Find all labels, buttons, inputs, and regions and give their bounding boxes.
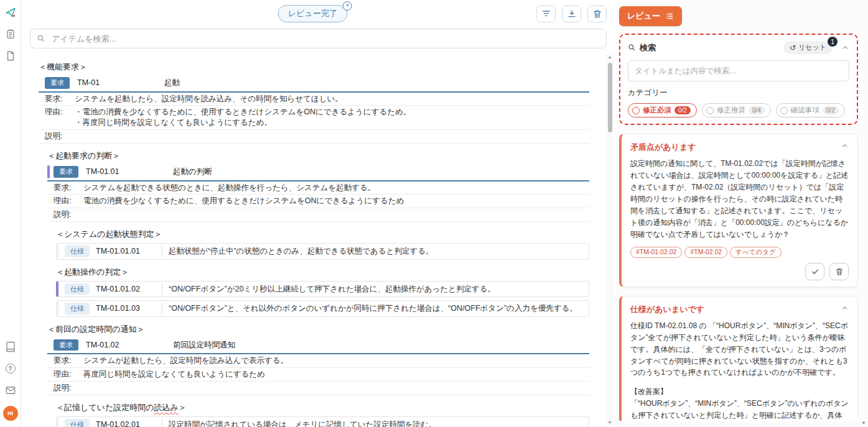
requirement-badge: 要求	[45, 77, 70, 88]
search-icon	[628, 44, 636, 52]
field-label: 要求:	[54, 356, 77, 366]
requirement-header[interactable]: 要求TM-01.01起動の判断	[47, 165, 589, 181]
document-scrollbar[interactable]: ▲ ▼	[606, 53, 614, 426]
clipboard-icon[interactable]	[4, 28, 17, 40]
panel-scroll-down-icon[interactable]: ▼	[861, 420, 866, 426]
scrollbar-thumb[interactable]	[608, 63, 612, 132]
icon-sidebar: ? HI	[0, 0, 21, 427]
card-paragraph: 仕様ID TM-02.01.08 の 「“HOURボタン”、“MINボタン”、“…	[630, 320, 849, 379]
spec-row[interactable]: 仕様TM-01.01.03“ON/OFFボタン”と、それ以外のボタンのいずれかが…	[56, 300, 589, 316]
spec-row[interactable]: 仕様TM-01.01.01起動状態が“停止中”の状態のときのみ、起動できる状態で…	[56, 243, 589, 259]
misspelling-underline: 読込み	[154, 403, 179, 412]
card-actions	[630, 263, 849, 280]
checklist-icon	[665, 12, 674, 21]
category-chip[interactable]: 修正推奨0/4	[702, 103, 771, 117]
spec-id: TM-01.01.01	[96, 246, 156, 256]
divider	[162, 303, 162, 314]
help-icon[interactable]: ?	[4, 362, 17, 375]
check-icon	[811, 267, 819, 276]
scroll-up-icon[interactable]: ▲	[608, 55, 612, 59]
review-search-input[interactable]	[628, 60, 849, 81]
review-filter-box: 検索 ↺ リセット 1 カテゴリー 修正必須0/2修正推奨0/4確認事項0/2	[619, 34, 858, 125]
review-button[interactable]: レビュー	[619, 6, 682, 26]
spec-id: TM-01.01.02	[96, 284, 156, 294]
field-label: 説明:	[54, 383, 77, 393]
chevron-up-icon[interactable]	[841, 44, 849, 52]
user-avatar[interactable]: HI	[3, 406, 18, 421]
tag-pill[interactable]: #TM-01.02.02	[630, 247, 682, 258]
review-comment-list: 矛盾点があります設定時間の通知に関して、TM-01.02.02では「設定時間が記…	[619, 134, 858, 421]
card-paragraph: 【改善案】 「“HOURボタン”、“MINボタン”、“SECボタン”のいずれのボ…	[630, 386, 849, 421]
spec-id: TM-01.01.03	[96, 303, 156, 313]
app-root: ? HI レビュー完了 ×	[0, 0, 868, 427]
requirement-block[interactable]: 要求TM-01起動要求:システムを起動したら、設定時間を読み込み、その時間を知ら…	[39, 76, 589, 144]
section-heading: ＜記憶していた設定時間の読込み＞	[56, 403, 589, 413]
requirement-field-row: 説明:	[47, 208, 589, 222]
review-status-pill[interactable]: レビュー完了 ×	[278, 5, 348, 22]
tag-pill[interactable]: #TM-02.02	[684, 247, 727, 258]
reset-button[interactable]: ↺ リセット 1	[783, 41, 833, 54]
requirements-document: ＜機能要求＞要求TM-01起動要求:システムを起動したら、設定時間を読み込み、そ…	[21, 51, 615, 427]
requirement-header[interactable]: 要求TM-01起動	[39, 76, 589, 92]
requirement-badge: 要求	[54, 339, 78, 351]
requirement-field-row: 要求:システムが起動したら、設定時間を読み込んで表示する。	[47, 354, 589, 368]
radio-icon	[780, 107, 788, 114]
spec-row[interactable]: 仕様TM-01.01.02“ON/OFFボタン”が20ミリ秒以上継続して押下され…	[56, 281, 589, 297]
app-logo-icon[interactable]	[4, 6, 17, 19]
tag-pill[interactable]: すべてのタグ	[730, 247, 781, 258]
category-chip[interactable]: 修正必須0/2	[628, 103, 697, 117]
category-label: カテゴリー	[628, 88, 849, 98]
book-icon[interactable]	[4, 341, 17, 353]
scroll-down-icon[interactable]: ▼	[608, 420, 612, 425]
requirement-id: TM-01	[77, 78, 157, 88]
sidebar-top-icons	[4, 6, 17, 62]
chevron-up-icon[interactable]	[841, 142, 849, 150]
requirement-field-row: 要求:システムを起動したら、設定時間を読み込み、その時間を知らせてほしい。	[39, 93, 589, 106]
requirement-block[interactable]: 要求TM-01.01起動の判断要求:システムを起動できる状態のときに、起動操作を…	[47, 165, 589, 222]
requirement-title: 前回設定時間通知	[173, 340, 235, 350]
spec-badge: 仕様	[65, 419, 90, 427]
requirement-field-row: 理由:電池の消費を少なくするために、使用するときだけシステムをONにできるように…	[47, 195, 589, 208]
chip-count-badge: 0/2	[674, 106, 691, 114]
card-header: 仕様があいまいです	[630, 304, 849, 315]
delete-comment-button[interactable]	[829, 263, 849, 280]
filter-button[interactable]	[536, 6, 556, 22]
filter-search-label: 検索	[640, 42, 656, 53]
mail-icon[interactable]	[4, 384, 17, 397]
spec-text: “ON/OFFボタン”が20ミリ秒以上継続して押下された場合に、起動操作があった…	[169, 284, 495, 294]
review-button-label: レビュー	[627, 11, 660, 22]
approve-button[interactable]	[805, 263, 824, 280]
field-label: 理由:	[45, 107, 68, 117]
divider	[162, 419, 162, 427]
requirement-field-row: 説明:	[47, 382, 589, 395]
chip-label: 修正必須	[643, 106, 671, 115]
item-search-input[interactable]	[50, 34, 600, 44]
spec-badge: 仕様	[65, 303, 90, 314]
sidebar-bottom-icons: ? HI	[3, 341, 18, 421]
spec-text: 起動状態が“停止中”の状態のときのみ、起動できる状態であると判定する。	[169, 246, 434, 256]
section-heading: ＜前回の設定時間の通知＞	[47, 324, 589, 334]
chip-label: 確認事項	[791, 106, 819, 115]
review-comment-card: 矛盾点があります設定時間の通知に関して、TM-01.02.02では「設定時間が記…	[619, 134, 858, 287]
close-icon[interactable]: ×	[343, 1, 352, 11]
document-icon[interactable]	[4, 50, 17, 62]
category-chip[interactable]: 確認事項0/2	[776, 103, 845, 117]
requirement-block[interactable]: 要求TM-01.02前回設定時間通知要求:システムが起動したら、設定時間を読み込…	[47, 338, 589, 395]
main-header: レビュー完了 ×	[21, 0, 615, 27]
chip-count-badge: 0/4	[749, 106, 765, 114]
spec-row[interactable]: 仕様TM-01.02.01設定時間が記憶されている場合は、メモリに記憶していた設…	[56, 416, 589, 427]
requirement-field-row: 理由:再度同じ時間を設定しなくても良いようにするため	[47, 368, 589, 382]
field-label: 説明:	[45, 131, 68, 142]
trash-button[interactable]	[587, 6, 607, 22]
spec-badge: 仕様	[65, 283, 90, 295]
chevron-up-icon[interactable]	[841, 304, 849, 312]
field-value: 再度同じ時間を設定しなくても良いようにするため	[83, 369, 265, 380]
review-status-label: レビュー完了	[288, 9, 337, 18]
card-paragraph: 設定時間の通知に関して、TM-01.02.02では「設定時間が記憶されていない場…	[630, 158, 849, 241]
requirement-id: TM-01.01	[86, 167, 166, 177]
requirement-header[interactable]: 要求TM-01.02前回設定時間通知	[47, 338, 589, 354]
field-label: 要求:	[54, 183, 77, 193]
radio-icon	[632, 107, 640, 114]
reset-label: リセット	[798, 43, 826, 52]
download-button[interactable]	[562, 6, 581, 22]
